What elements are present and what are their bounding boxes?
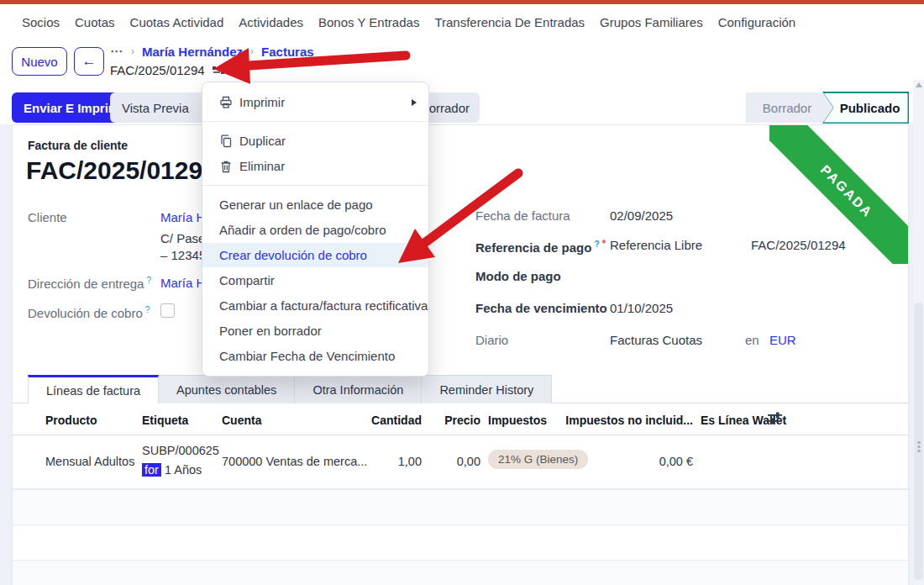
preview-button[interactable]: Vista Previa: [110, 92, 207, 123]
new-button[interactable]: Nuevo: [12, 47, 67, 76]
action-dropdown-menu: Imprimir Duplicar Eliminar Generar un en…: [202, 82, 429, 377]
menu-item-generar-enlace-pago[interactable]: Generar un enlace de pago: [202, 192, 428, 217]
tab-otra-informacion[interactable]: Otra Información: [295, 375, 422, 403]
required-icon: *: [602, 238, 606, 250]
breadcrumb-ellipsis[interactable]: ⋯: [110, 44, 123, 59]
menu-item-poner-en-borrador[interactable]: Poner en borrador: [202, 319, 428, 343]
direccion-entrega-label: Dirección de entrega?: [28, 276, 151, 291]
currency-link[interactable]: EUR: [769, 333, 796, 347]
invoice-form-sheet: PAGADA Factura de cliente FAC/2025/01294…: [12, 124, 909, 585]
col-cantidad[interactable]: Cantidad: [371, 414, 422, 427]
status-step-borrador[interactable]: Borrador: [746, 92, 835, 123]
referencia-pago-label: Referencia de pago?*: [475, 238, 606, 255]
scrollbar-grip-icon: [917, 441, 920, 452]
product-link[interactable]: Mensual Adultos: [45, 455, 134, 468]
fecha-vencimiento-value[interactable]: 01/10/2025: [610, 301, 673, 315]
scrollbar-up-arrow-icon[interactable]: [916, 82, 922, 87]
status-step-publicado[interactable]: Publicado: [822, 92, 909, 124]
account-cell: 700000 Ventas de merca...: [222, 455, 367, 468]
nav-cuotas[interactable]: Cuotas: [67, 15, 123, 29]
optional-columns-icon[interactable]: [768, 412, 782, 424]
odoo-invoice-screen: Socios Cuotas Cuotas Actividad Actividad…: [0, 0, 924, 585]
col-cuenta[interactable]: Cuenta: [222, 414, 261, 427]
document-type-label: Factura de cliente: [28, 139, 128, 152]
back-button[interactable]: ←: [74, 47, 104, 76]
menu-item-duplicar[interactable]: Duplicar: [202, 129, 428, 153]
scrollbar-thumb[interactable]: [914, 303, 923, 580]
price-cell: 0,00: [457, 455, 480, 468]
referencia-libre-value[interactable]: FAC/2025/01294: [751, 238, 846, 252]
menu-divider: [202, 185, 428, 186]
col-impuestos-no-incluidos[interactable]: Impuestos no incluid...: [565, 414, 693, 427]
menu-item-cambiar-fecha-vencimiento[interactable]: Cambiar Fecha de Vencimiento: [202, 344, 428, 368]
cliente-address-line1: C/ Pase: [160, 231, 205, 245]
cliente-link[interactable]: María H: [160, 210, 205, 224]
tab-lineas-de-factura[interactable]: Líneas de factura: [28, 375, 159, 403]
menu-item-eliminar[interactable]: Eliminar: [202, 154, 428, 178]
help-icon: ?: [594, 240, 599, 249]
top-navigation: Socios Cuotas Cuotas Actividad Actividad…: [14, 4, 803, 40]
modo-pago-label: Modo de pago: [475, 269, 561, 283]
help-icon: ?: [146, 276, 151, 285]
menu-item-cambiar-factura-rectificativa[interactable]: Cambiar a factura/factura rectificativa: [202, 293, 428, 318]
direccion-entrega-link[interactable]: María H: [160, 276, 205, 290]
status-step-publicado-label: Publicado: [824, 93, 908, 123]
quantity-cell: 1,00: [398, 455, 422, 468]
nav-actividades[interactable]: Actividades: [231, 15, 311, 29]
nav-transferencia-entradas[interactable]: Transferencia De Entradas: [427, 15, 592, 29]
label-cell-line2: for 1 Años: [142, 463, 202, 477]
tab-reminder-history[interactable]: Reminder History: [422, 375, 552, 403]
chevron-right-icon: ›: [250, 45, 254, 57]
menu-divider: [202, 121, 428, 122]
highlighted-text: for: [142, 463, 161, 477]
printer-icon: [219, 96, 239, 109]
document-number-heading: FAC/2025/01294: [26, 156, 217, 185]
fecha-vencimiento-label: Fecha de vencimiento: [475, 301, 607, 315]
fecha-factura-value[interactable]: 02/09/2025: [610, 208, 673, 223]
settings-icon[interactable]: [213, 65, 225, 76]
col-producto[interactable]: Producto: [45, 414, 97, 427]
help-icon: ?: [145, 305, 150, 314]
fecha-factura-label: Fecha de factura: [475, 208, 570, 223]
menu-item-anadir-orden-pago[interactable]: Añadir a orden de pago/cobro: [202, 218, 428, 242]
devolucion-cobro-label: Devolución de cobro?: [28, 305, 150, 320]
cliente-label: Cliente: [28, 210, 67, 224]
submenu-caret-icon: [412, 99, 417, 106]
referencia-tipo-value[interactable]: Referencia Libre: [610, 238, 702, 252]
breadcrumb: ⋯ › María Hernández › Facturas: [110, 44, 314, 59]
trash-icon: [219, 160, 239, 173]
nav-grupos-familiares[interactable]: Grupos Familiares: [592, 15, 711, 29]
diario-label: Diario: [475, 333, 508, 347]
diario-value[interactable]: Facturas Cuotas: [610, 333, 702, 347]
tax-excluded-cell: 0,00 €: [659, 455, 693, 468]
breadcrumb-current: FAC/2025/01294: [110, 63, 205, 77]
menu-item-crear-devolucion-cobro[interactable]: Crear devolución de cobro: [202, 243, 428, 267]
menu-item-compartir[interactable]: Compartir: [202, 268, 428, 292]
nav-configuracion[interactable]: Configuración: [711, 15, 804, 29]
empty-row: [13, 524, 908, 560]
copy-icon: [219, 134, 239, 148]
cliente-address-line2: – 12345: [160, 248, 206, 262]
breadcrumb-section[interactable]: Facturas: [261, 45, 314, 59]
breadcrumb-parent[interactable]: María Hernández: [142, 45, 243, 59]
breadcrumb-current-row: FAC/2025/01294: [110, 63, 225, 77]
notebook-tabs: Líneas de factura Apuntes contables Otra…: [13, 375, 908, 403]
col-etiqueta[interactable]: Etiqueta: [142, 414, 188, 427]
devolucion-cobro-checkbox[interactable]: [160, 303, 175, 318]
nav-cuotas-actividad[interactable]: Cuotas Actividad: [123, 15, 232, 29]
diario-en-label: en: [745, 333, 759, 347]
tab-apuntes-contables[interactable]: Apuntes contables: [159, 375, 295, 403]
label-cell-line1: SUBP/000625: [142, 444, 219, 457]
chevron-right-icon: ›: [131, 45, 134, 57]
invoice-line-row[interactable]: Mensual Adultos SUBP/000625 for 1 Años 7…: [13, 435, 908, 489]
empty-row: [13, 560, 908, 585]
col-impuestos[interactable]: Impuestos: [488, 414, 547, 427]
nav-bonos-entradas[interactable]: Bonos Y Entradas: [311, 15, 427, 29]
nav-socios[interactable]: Socios: [14, 15, 67, 29]
col-precio[interactable]: Precio: [444, 414, 480, 427]
tax-tag: 21% G (Bienes): [488, 450, 588, 469]
empty-row: [13, 489, 908, 524]
menu-item-imprimir[interactable]: Imprimir: [202, 90, 428, 114]
